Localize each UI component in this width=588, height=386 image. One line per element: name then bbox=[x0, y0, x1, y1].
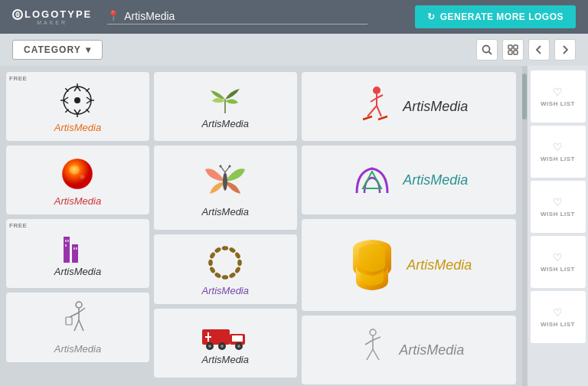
next-button[interactable] bbox=[554, 39, 576, 61]
svg-rect-31 bbox=[72, 244, 78, 263]
logo-icon-area bbox=[349, 83, 395, 129]
logo-top: LOGOTYPE bbox=[12, 8, 92, 20]
generate-btn-label: GENERATE MORE LOGOS bbox=[440, 11, 564, 22]
logo-card[interactable]: FREE ArtisMedia bbox=[6, 219, 149, 288]
grid-col-1: FREE bbox=[6, 72, 149, 380]
svg-point-70 bbox=[373, 87, 381, 94]
wish-label: WISH LIST bbox=[541, 211, 575, 218]
svg-point-79 bbox=[370, 329, 376, 335]
svg-point-49 bbox=[235, 252, 241, 259]
svg-line-40 bbox=[79, 320, 83, 331]
svg-point-53 bbox=[222, 276, 228, 280]
logo-card[interactable]: ArtisMedia bbox=[302, 316, 516, 384]
main-content: FREE bbox=[0, 66, 588, 386]
svg-point-55 bbox=[210, 267, 216, 273]
svg-point-50 bbox=[238, 260, 242, 266]
grid-col-3: ArtisMedia ArtisMedia bbox=[302, 72, 516, 380]
heart-icon: ♡ bbox=[553, 196, 563, 208]
wish-list-item[interactable]: ♡ WISH LIST bbox=[531, 236, 586, 288]
pin-icon: 📍 bbox=[107, 10, 119, 21]
logo-area: LOGOTYPE MAKER bbox=[12, 8, 92, 25]
svg-point-51 bbox=[235, 267, 241, 273]
svg-rect-4 bbox=[514, 45, 518, 49]
svg-point-56 bbox=[209, 260, 213, 266]
svg-line-36 bbox=[70, 312, 79, 317]
logo-card[interactable]: FREE bbox=[6, 72, 149, 141]
category-label: CATEGORY bbox=[24, 44, 81, 55]
chevron-down-icon: ▾ bbox=[86, 44, 91, 55]
logo-icon-area bbox=[158, 84, 292, 116]
svg-rect-32 bbox=[74, 247, 75, 250]
logo-name: ArtisMedia bbox=[403, 99, 468, 115]
grid-col-2: ArtisMedia bbox=[154, 72, 297, 380]
logo-name: ArtisMedia bbox=[202, 354, 249, 365]
logo-card[interactable]: ArtisMedia bbox=[6, 146, 149, 214]
logo-card[interactable]: ArtisMedia bbox=[154, 72, 297, 141]
svg-rect-37 bbox=[66, 317, 72, 325]
svg-rect-3 bbox=[508, 45, 512, 49]
logo-card[interactable]: ArtisMedia bbox=[302, 146, 516, 214]
logo-icon-area bbox=[11, 80, 145, 120]
logo-icon-area bbox=[158, 159, 292, 204]
logo-maker: MAKER bbox=[37, 20, 67, 25]
logo-card[interactable]: ArtisMedia bbox=[302, 219, 516, 311]
logo-icon-area bbox=[11, 154, 145, 194]
svg-line-81 bbox=[365, 340, 373, 345]
logo-name: ArtisMedia bbox=[403, 172, 468, 188]
svg-line-82 bbox=[373, 337, 381, 340]
logo-icon-area bbox=[353, 326, 391, 372]
logo-text: LOGOTYPE bbox=[24, 8, 92, 20]
logo-card[interactable]: ArtisMedia bbox=[154, 146, 297, 230]
svg-point-67 bbox=[237, 345, 240, 348]
svg-line-84 bbox=[373, 349, 379, 360]
category-button[interactable]: CATEGORY ▾ bbox=[12, 40, 103, 60]
svg-line-75 bbox=[377, 106, 381, 116]
svg-point-52 bbox=[229, 272, 236, 278]
search-input[interactable] bbox=[124, 10, 368, 22]
svg-point-48 bbox=[229, 247, 236, 253]
svg-point-47 bbox=[222, 247, 228, 250]
logo-name: ArtisMedia bbox=[54, 343, 101, 355]
wish-list-item[interactable]: ♡ WISH LIST bbox=[531, 181, 586, 233]
toolbar: CATEGORY ▾ bbox=[0, 34, 588, 66]
svg-rect-5 bbox=[508, 51, 512, 54]
svg-point-46 bbox=[229, 165, 231, 167]
filter-button[interactable] bbox=[502, 39, 524, 61]
svg-point-8 bbox=[74, 97, 80, 103]
search-button[interactable] bbox=[476, 39, 498, 61]
logo-icon-area bbox=[11, 231, 145, 264]
wish-list-item[interactable]: ♡ WISH LIST bbox=[531, 126, 586, 178]
svg-line-74 bbox=[368, 106, 377, 116]
svg-line-83 bbox=[367, 349, 373, 360]
heart-icon: ♡ bbox=[553, 141, 563, 153]
svg-point-65 bbox=[220, 345, 224, 348]
prev-button[interactable] bbox=[528, 39, 550, 61]
logo-card[interactable]: ArtisMedia bbox=[154, 309, 297, 378]
wish-label: WISH LIST bbox=[541, 155, 575, 162]
logo-name: ArtisMedia bbox=[54, 266, 101, 277]
heart-icon: ♡ bbox=[553, 86, 563, 98]
free-badge: FREE bbox=[9, 75, 27, 82]
svg-point-58 bbox=[214, 247, 221, 253]
logo-name: ArtisMedia bbox=[407, 257, 472, 273]
header: LOGOTYPE MAKER 📍 ↻ GENERATE MORE LOGOS bbox=[0, 0, 588, 34]
logo-card[interactable]: ArtisMedia bbox=[6, 293, 149, 362]
wish-list-item[interactable]: ♡ WISH LIST bbox=[531, 70, 586, 123]
logo-name: ArtisMedia bbox=[54, 195, 101, 207]
svg-rect-61 bbox=[232, 335, 243, 342]
logo-card[interactable]: ArtisMedia bbox=[302, 72, 516, 141]
logo-name: ArtisMedia bbox=[202, 285, 249, 296]
svg-point-63 bbox=[208, 345, 211, 348]
svg-rect-6 bbox=[514, 51, 518, 54]
svg-line-73 bbox=[377, 95, 383, 98]
wish-list-item[interactable]: ♡ WISH LIST bbox=[531, 291, 586, 343]
logo-icon-area bbox=[349, 156, 395, 202]
svg-point-42 bbox=[223, 172, 227, 191]
logo-card[interactable]: ArtisMedia bbox=[154, 234, 297, 304]
generate-logos-button[interactable]: ↻ GENERATE MORE LOGOS bbox=[415, 5, 576, 28]
svg-line-76 bbox=[363, 116, 372, 119]
logo-name: ArtisMedia bbox=[399, 342, 464, 358]
logo-icon-area bbox=[11, 300, 145, 342]
wish-label: WISH LIST bbox=[541, 100, 575, 107]
wish-label: WISH LIST bbox=[541, 266, 575, 273]
